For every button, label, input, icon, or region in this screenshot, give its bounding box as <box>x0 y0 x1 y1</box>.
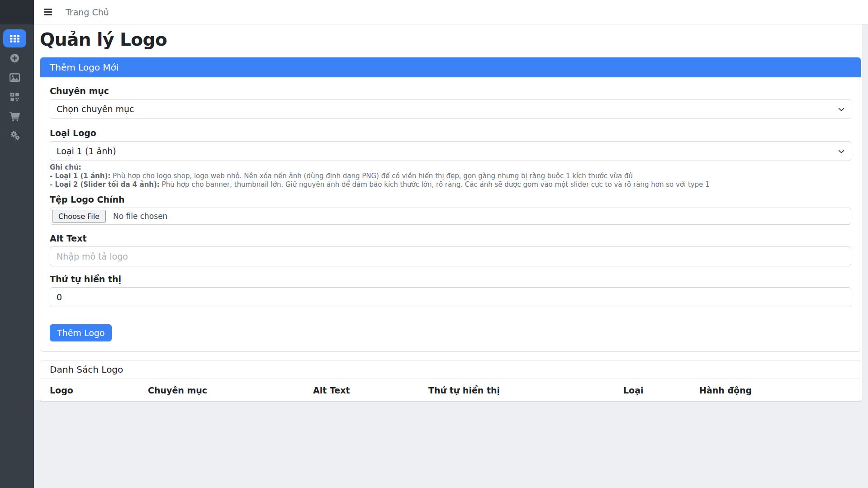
cart-icon <box>9 112 20 121</box>
page-title: Quản lý Logo <box>40 29 862 51</box>
alt-text-label: Alt Text <box>50 234 851 243</box>
sidebar-item-settings[interactable] <box>3 127 26 145</box>
plus-circle-icon <box>10 53 19 63</box>
sidebar-item-widgets[interactable] <box>3 88 26 106</box>
main-file-label: Tệp Logo Chính <box>50 195 851 204</box>
gears-icon <box>9 131 20 141</box>
logo-table: Logo Chuyên mục Alt Text Thứ tự hiển thị… <box>40 379 861 402</box>
sort-order-label: Thứ tự hiển thị <box>50 275 851 284</box>
col-actions: Hành động <box>696 379 861 401</box>
col-logo: Logo <box>40 379 144 401</box>
sidebar-item-dashboard[interactable] <box>3 29 26 47</box>
logo-table-header-row: Logo Chuyên mục Alt Text Thứ tự hiển thị… <box>40 379 861 401</box>
logo-type-label: Loại Logo <box>50 128 851 138</box>
category-select[interactable]: Chọn chuyên mục <box>50 99 851 119</box>
grid-icon <box>10 35 19 43</box>
sidebar-nav <box>0 24 34 145</box>
add-logo-card-body: Chuyên mục Chọn chuyên mục Loại Logo Loạ… <box>40 77 861 351</box>
sidebar-brand <box>0 0 34 24</box>
file-status-text: No file chosen <box>113 212 167 221</box>
sidebar-item-images[interactable] <box>3 68 26 86</box>
image-icon <box>9 73 20 82</box>
add-logo-button[interactable]: Thêm Logo <box>50 324 112 341</box>
hamburger-icon <box>44 9 52 10</box>
notes-line-2: - Loại 2 (Slider tối đa 4 ảnh): Phù hợp … <box>50 180 851 189</box>
sidebar <box>0 0 34 488</box>
col-alt-text: Alt Text <box>309 379 425 401</box>
nav-home-link[interactable]: Trang Chủ <box>66 7 109 17</box>
col-sort-order: Thứ tự hiển thị <box>425 379 620 401</box>
category-label: Chuyên mục <box>50 86 851 96</box>
top-navbar: Trang Chủ <box>34 0 868 24</box>
sort-order-input[interactable] <box>50 287 851 307</box>
sidebar-item-add[interactable] <box>3 49 26 67</box>
choose-file-button[interactable]: Choose File <box>52 210 106 223</box>
notes-line-1: - Loại 1 (1 ảnh): Phù hợp cho logo shop,… <box>50 172 851 180</box>
alt-text-input[interactable] <box>50 246 851 266</box>
add-logo-card: Thêm Logo Mới Chuyên mục Chọn chuyên mục… <box>40 57 861 352</box>
col-type: Loại <box>620 379 696 401</box>
logo-type-select[interactable]: Loại 1 (1 ảnh) <box>50 141 851 161</box>
logo-type-select-wrap: Loại 1 (1 ảnh) <box>50 141 851 161</box>
logo-list-card: Danh Sách Logo Logo Chuyên mục Alt Text … <box>40 360 861 402</box>
notes-title: Ghi chú: <box>50 163 81 171</box>
col-category: Chuyên mục <box>144 379 309 401</box>
logo-list-card-header: Danh Sách Logo <box>40 360 861 379</box>
menu-toggle-button[interactable] <box>44 9 52 15</box>
sidebar-item-cart[interactable] <box>3 107 26 125</box>
main-file-input[interactable]: Choose File No file chosen <box>50 208 851 225</box>
category-select-wrap: Chọn chuyên mục <box>50 99 851 119</box>
content-area: Quản lý Logo Thêm Logo Mới Chuyên mục Ch… <box>34 24 862 400</box>
logo-type-notes: Ghi chú: - Loại 1 (1 ảnh): Phù hợp cho l… <box>50 163 851 189</box>
qrcode-icon <box>10 93 19 101</box>
add-logo-card-header: Thêm Logo Mới <box>40 57 861 77</box>
